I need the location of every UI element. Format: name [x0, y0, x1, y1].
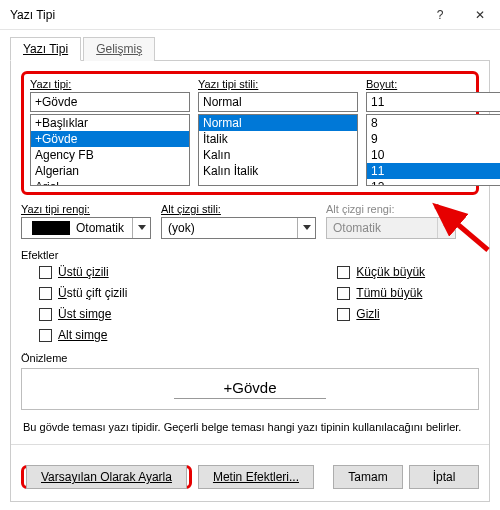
- close-icon: ✕: [475, 8, 485, 22]
- list-item[interactable]: İtalik: [199, 131, 357, 147]
- highlight-default-button: Varsayılan Olarak Ayarla: [21, 465, 192, 489]
- footer: Varsayılan Olarak Ayarla Metin Efektleri…: [21, 465, 479, 489]
- help-button[interactable]: ?: [420, 0, 460, 30]
- font-size-listbox[interactable]: 8 9 10 11 12: [366, 114, 500, 186]
- dialog-body: Yazı Tipi Gelişmiş Yazı tipi: +Başlıklar…: [0, 30, 500, 510]
- font-style-label: Yazı tipi stili:: [198, 78, 358, 90]
- font-size-input[interactable]: [366, 92, 500, 112]
- cancel-button[interactable]: İptal: [409, 465, 479, 489]
- subscript-checkbox[interactable]: Alt simge: [39, 328, 127, 342]
- font-listbox[interactable]: +Başlıklar +Gövde Agency FB Algerian Ari…: [30, 114, 190, 186]
- ok-button[interactable]: Tamam: [333, 465, 403, 489]
- help-icon: ?: [437, 8, 444, 22]
- set-default-button[interactable]: Varsayılan Olarak Ayarla: [26, 465, 187, 489]
- list-item[interactable]: 11: [367, 163, 500, 179]
- font-style-listbox[interactable]: Normal İtalik Kalın Kalın İtalik: [198, 114, 358, 186]
- tab-advanced[interactable]: Gelişmiş: [83, 37, 155, 61]
- tab-font[interactable]: Yazı Tipi: [10, 37, 81, 61]
- titlebar: Yazı Tipi ? ✕: [0, 0, 500, 30]
- window-title: Yazı Tipi: [10, 8, 420, 22]
- chevron-down-icon: [132, 218, 150, 238]
- underline-style-combo[interactable]: (yok): [161, 217, 316, 239]
- close-button[interactable]: ✕: [460, 0, 500, 30]
- underline-style-label: Alt çizgi stili:: [161, 203, 316, 215]
- preview-description: Bu gövde teması yazı tipidir. Geçerli be…: [23, 420, 477, 434]
- font-style-input[interactable]: [198, 92, 358, 112]
- smallcaps-checkbox[interactable]: Küçük büyük: [337, 265, 425, 279]
- font-color-label: Yazı tipi rengi:: [21, 203, 151, 215]
- list-item[interactable]: Algerian: [31, 163, 189, 179]
- double-strike-checkbox[interactable]: Üstü çift çizili: [39, 286, 127, 300]
- list-item[interactable]: 12: [367, 179, 500, 186]
- underline-color-label: Alt çizgi rengi:: [326, 203, 456, 215]
- list-item[interactable]: Arial: [31, 179, 189, 186]
- preview-box: +Gövde: [21, 368, 479, 410]
- underline-color-combo: Otomatik: [326, 217, 456, 239]
- chevron-down-icon: [297, 218, 315, 238]
- list-item[interactable]: Normal: [199, 115, 357, 131]
- font-input[interactable]: [30, 92, 190, 112]
- hidden-checkbox[interactable]: Gizli: [337, 307, 425, 321]
- preview-label: Önizleme: [21, 352, 479, 364]
- list-item[interactable]: +Başlıklar: [31, 115, 189, 131]
- allcaps-checkbox[interactable]: Tümü büyük: [337, 286, 425, 300]
- list-item[interactable]: 10: [367, 147, 500, 163]
- font-color-combo[interactable]: Otomatik: [21, 217, 151, 239]
- separator: [11, 444, 489, 445]
- strike-checkbox[interactable]: Üstü çizili: [39, 265, 127, 279]
- list-item[interactable]: Agency FB: [31, 147, 189, 163]
- tab-panel-font: Yazı tipi: +Başlıklar +Gövde Agency FB A…: [10, 61, 490, 502]
- list-item[interactable]: +Gövde: [31, 131, 189, 147]
- font-label: Yazı tipi:: [30, 78, 190, 90]
- text-effects-button[interactable]: Metin Efektleri...: [198, 465, 314, 489]
- effects-group: Üstü çizili Üstü çift çizili Üst simge A…: [21, 265, 479, 342]
- list-item[interactable]: 9: [367, 131, 500, 147]
- highlight-font-area: Yazı tipi: +Başlıklar +Gövde Agency FB A…: [21, 71, 479, 195]
- superscript-checkbox[interactable]: Üst simge: [39, 307, 127, 321]
- tab-strip: Yazı Tipi Gelişmiş: [10, 36, 490, 61]
- list-item[interactable]: Kalın İtalik: [199, 163, 357, 179]
- font-color-swatch: [32, 221, 70, 235]
- effects-label: Efektler: [21, 249, 479, 261]
- list-item[interactable]: 8: [367, 115, 500, 131]
- preview-text: +Gövde: [174, 379, 327, 399]
- chevron-down-icon: [437, 218, 455, 238]
- list-item[interactable]: Kalın: [199, 147, 357, 163]
- font-size-label: Boyut:: [366, 78, 500, 90]
